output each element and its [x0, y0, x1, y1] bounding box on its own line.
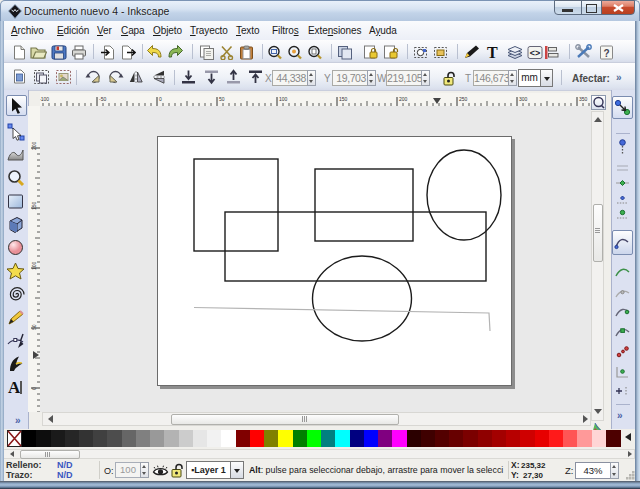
svg-text:?: ? — [603, 48, 609, 59]
svg-text:150: 150 — [31, 201, 37, 210]
svg-text:200: 200 — [399, 96, 408, 102]
svg-text:150: 150 — [339, 96, 348, 102]
svg-text:-50: -50 — [99, 96, 106, 102]
svg-text:0: 0 — [31, 387, 37, 390]
svg-text:<>: <> — [530, 48, 541, 58]
svg-text:100: 100 — [279, 96, 288, 102]
svg-text:-100: -100 — [40, 96, 49, 102]
svg-text:350: 350 — [579, 96, 588, 102]
svg-text:250: 250 — [459, 96, 468, 102]
svg-text:0: 0 — [159, 96, 162, 102]
svg-text:50: 50 — [219, 96, 225, 102]
svg-text:100: 100 — [31, 261, 37, 270]
svg-text:200: 200 — [31, 141, 37, 150]
svg-text:50: 50 — [31, 324, 37, 330]
svg-text:300: 300 — [519, 96, 528, 102]
